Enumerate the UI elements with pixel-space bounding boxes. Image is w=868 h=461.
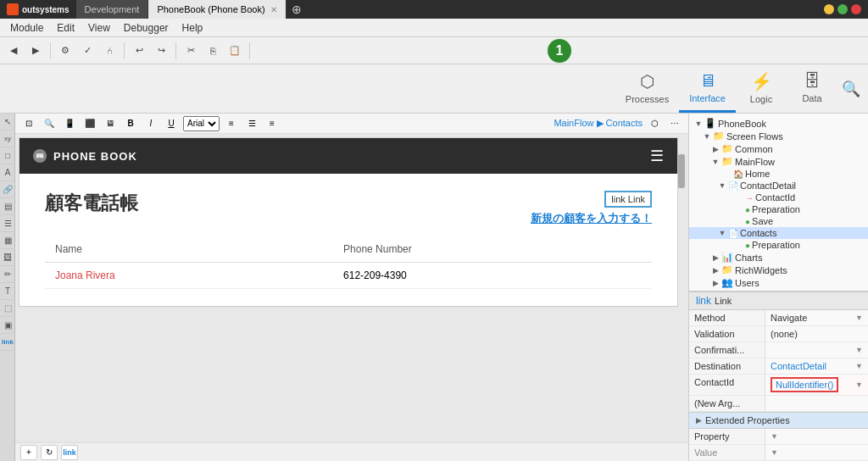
tab-phonebook[interactable]: PhoneBook (Phone Book) ✕: [148, 0, 286, 19]
back-button[interactable]: ◀: [3, 41, 24, 61]
form-tool[interactable]: ▣: [0, 317, 15, 334]
check-button[interactable]: ✓: [77, 41, 97, 61]
align-center-button[interactable]: ☰: [243, 116, 260, 131]
options-button[interactable]: ⋯: [666, 116, 683, 131]
hamburger-menu[interactable]: ☰: [650, 147, 664, 165]
text-tool[interactable]: T: [0, 283, 15, 300]
tree-charts-label: Charts: [735, 253, 762, 263]
minimize-button[interactable]: [824, 4, 834, 14]
forward-button[interactable]: ▶: [25, 41, 46, 61]
prop-value-confirmation[interactable]: ▼: [765, 342, 868, 358]
prop-row-validation: Validation (none): [689, 326, 868, 342]
tab-processes[interactable]: ⬡ Processes: [615, 64, 679, 113]
pointer-tool[interactable]: ↖: [0, 114, 15, 131]
list-tool[interactable]: ☰: [0, 215, 15, 232]
prop-value-value[interactable]: ▼: [765, 445, 868, 460]
font-selector[interactable]: Arial: [183, 116, 220, 131]
tree-common-label: Common: [735, 144, 773, 154]
prop-value-contactid[interactable]: NullIdentifier() ▼: [765, 375, 868, 395]
prop-value-method[interactable]: Navigate ▼: [765, 310, 868, 325]
null-identifier-box[interactable]: NullIdentifier(): [771, 377, 838, 392]
copy-button[interactable]: ⎘: [203, 41, 223, 61]
tree-richwidgets[interactable]: ▶ 📁 RichWidgets: [689, 264, 868, 276]
contact-name[interactable]: Joana Rivera: [45, 263, 333, 289]
branch-button[interactable]: ⑃: [99, 41, 120, 61]
prop-row-destination: Destination ContactDetail ▼: [689, 358, 868, 375]
undo-button[interactable]: ↩: [129, 41, 149, 61]
tab-data[interactable]: 🗄 Data: [787, 64, 837, 113]
scroll-thumb: [678, 154, 685, 188]
tree-charts[interactable]: ▶ 📊 Charts: [689, 251, 868, 264]
tree-users[interactable]: ▶ 👥 Users: [689, 276, 868, 289]
tab-interface[interactable]: 🖥 Interface: [679, 64, 736, 113]
underline-button[interactable]: U: [163, 116, 180, 131]
tree-contacts[interactable]: ▼ 📄 Contacts: [689, 227, 868, 239]
prop-name-newarg: (New Arg...: [689, 396, 765, 411]
zoom-fit-button[interactable]: ⊡: [20, 116, 37, 131]
contacts-table: Name Phone Number Joana Rivera 612-209-4…: [45, 236, 652, 289]
widget-tool[interactable]: □: [0, 147, 15, 164]
props-link-icon: link: [696, 295, 711, 307]
tree-home[interactable]: 🏠 Home: [689, 168, 868, 180]
menu-help[interactable]: Help: [175, 20, 210, 36]
search-button[interactable]: 🔍: [837, 64, 865, 113]
menu-module[interactable]: Module: [3, 20, 50, 36]
brand-name: outsystems: [22, 5, 70, 14]
settings-button[interactable]: ⚙: [55, 41, 75, 61]
redo-button[interactable]: ↪: [151, 41, 171, 61]
close-button[interactable]: [851, 4, 861, 14]
tab-logic[interactable]: ⚡ Logic: [736, 64, 787, 113]
xy-tool[interactable]: xy: [0, 131, 15, 147]
breadcrumb-flow[interactable]: MainFlow: [554, 118, 593, 128]
extended-properties-header[interactable]: ▶ Extended Properties: [689, 412, 868, 429]
image-tool[interactable]: 🖼: [0, 249, 15, 266]
new-tab-button[interactable]: ⊕: [287, 3, 307, 16]
tree-screen-flows-label: Screen Flows: [726, 131, 783, 142]
align-left-button[interactable]: ≡: [223, 116, 240, 131]
prop-value-destination[interactable]: ContactDetail ▼: [765, 358, 868, 374]
label-tool[interactable]: A: [0, 164, 15, 181]
tree-contactdetail-label: ContactDetail: [740, 181, 796, 191]
tree-mainflow[interactable]: ▼ 📁 MainFlow: [689, 155, 868, 168]
tree-root[interactable]: ▼ 📱 PhoneBook: [689, 117, 868, 130]
tree-prep2[interactable]: ● Preparation: [689, 239, 868, 251]
italic-button[interactable]: I: [142, 116, 159, 131]
tree-save[interactable]: ● Save: [689, 215, 868, 227]
prop-value-property[interactable]: ▼: [765, 429, 868, 444]
tree-contactid[interactable]: → ContactId: [689, 192, 868, 203]
paste-button[interactable]: 📋: [225, 41, 245, 61]
link-tool[interactable]: 🔗: [0, 181, 15, 198]
pencil-tool[interactable]: ✏: [0, 266, 15, 283]
breadcrumb-screen[interactable]: Contacts: [606, 118, 643, 128]
dropdown-arrow-confirm: ▼: [855, 346, 863, 354]
menu-view[interactable]: View: [81, 20, 117, 36]
cut-button[interactable]: ✂: [181, 41, 201, 61]
prop-name-property: Property: [689, 429, 765, 444]
refresh-button[interactable]: ↻: [41, 445, 58, 460]
menu-edit[interactable]: Edit: [50, 20, 81, 36]
tree-contactdetail[interactable]: ▼ 📄 ContactDetail: [689, 180, 868, 192]
table-tool[interactable]: ▦: [0, 232, 15, 249]
input-tool[interactable]: ▤: [0, 198, 15, 215]
desktop-button[interactable]: 🖥: [102, 116, 119, 131]
tree-common[interactable]: ▶ 📁 Common: [689, 142, 868, 155]
link-text[interactable]: 新規の顧客を入力する！: [531, 211, 652, 226]
tab-development[interactable]: Development: [76, 0, 149, 19]
align-right-button[interactable]: ≡: [264, 116, 281, 131]
tab-close-icon[interactable]: ✕: [270, 5, 277, 14]
tablet-button[interactable]: ⬛: [81, 116, 98, 131]
properties-panel: link Link Method Navigate ▼ Validation (…: [689, 292, 868, 461]
bold-button[interactable]: B: [122, 116, 139, 131]
add-button[interactable]: +: [20, 445, 37, 460]
button-tool[interactable]: ⬚: [0, 300, 15, 317]
menu-debugger[interactable]: Debugger: [117, 20, 175, 36]
tree-screen-flows[interactable]: ▼ 📁 Screen Flows: [689, 130, 868, 142]
tree-prep1[interactable]: ● Preparation: [689, 203, 868, 215]
phone-button[interactable]: 📱: [61, 116, 78, 131]
link-box[interactable]: link Link: [604, 191, 652, 208]
zoom-in-button[interactable]: 🔍: [41, 116, 58, 131]
maximize-button[interactable]: [837, 4, 848, 14]
expand-button[interactable]: ⬡: [646, 116, 663, 131]
link-widget-button[interactable]: link: [61, 445, 78, 460]
extra-tool[interactable]: link: [0, 334, 15, 351]
